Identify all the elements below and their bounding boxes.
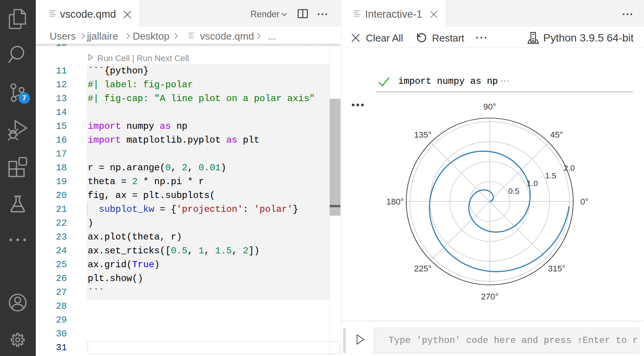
svg-text:225°: 225° (414, 264, 432, 273)
svg-text:2.0: 2.0 (564, 163, 575, 172)
svg-text:1.5: 1.5 (545, 171, 556, 180)
svg-text:0°: 0° (580, 197, 588, 206)
svg-text:1.0: 1.0 (527, 179, 538, 188)
svg-text:315°: 315° (548, 264, 566, 273)
svg-text:0.5: 0.5 (508, 186, 519, 195)
svg-text:45°: 45° (550, 130, 563, 140)
svg-text:270°: 270° (481, 292, 499, 301)
svg-text:180°: 180° (386, 197, 404, 206)
svg-text:90°: 90° (483, 102, 496, 111)
svg-text:135°: 135° (414, 130, 432, 140)
